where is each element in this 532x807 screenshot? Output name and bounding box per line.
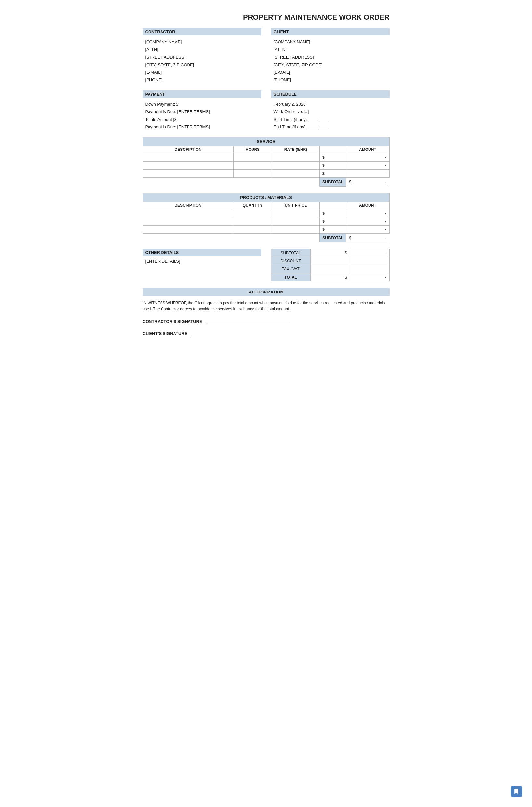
totals-subtotal-dollar: $ [310,249,350,257]
materials-row1-desc [142,209,233,217]
contractor-signature-line: CONTRACTOR'S SIGNATURE [142,319,390,324]
materials-row-2: $ - [142,217,390,225]
totals-total-dollar: $ [310,273,350,282]
service-title: SERVICE [142,137,390,146]
schedule-start-time: Start Time (if any): ____:____ [274,116,387,123]
materials-title: PRODUCTS / MATERIALS [142,193,390,201]
other-details-text: [ENTER DETAILS] [145,259,259,264]
service-row1-dollar: $ [320,153,346,161]
service-subtotal-value: $- [346,178,390,186]
client-sig-label: CLIENT'S SIGNATURE [142,331,188,336]
contractor-sig-label: CONTRACTOR'S SIGNATURE [142,319,202,324]
service-row2-rate [272,161,320,170]
contractor-attn: [ATTN] [145,46,259,53]
service-row-2: $ - [142,161,390,170]
contractor-city: [CITY, STATE, ZIP CODE] [145,61,259,69]
client-email: [E-MAIL] [274,69,387,76]
contractor-sig-underline [206,324,290,324]
client-attn: [ATTN] [274,46,387,53]
schedule-body: February 2, 2020 Work Order No. [#] Star… [271,100,390,132]
materials-row1-dollar: $ [320,209,346,217]
bottom-section: OTHER DETAILS [ENTER DETAILS] SUBTOTAL $… [142,249,390,282]
contractor-phone: [PHONE] [145,76,259,83]
materials-col-amount-dollar [320,201,346,209]
materials-col-amount: AMOUNT [346,201,390,209]
totals-tax-dollar [310,265,350,273]
materials-row1-qty [233,209,272,217]
totals-discount-row: DISCOUNT [271,257,390,265]
totals-tax-row: TAX / VAT [271,265,390,273]
payment-body: Down Payment: $ Payment is Due: [ENTER T… [142,100,261,132]
materials-table: PRODUCTS / MATERIALS DESCRIPTION QUANTIT… [142,193,390,243]
materials-row2-amount: - [346,217,390,225]
contractor-block: CONTRACTOR [COMPANY NAME] [ATTN] [STREET… [142,28,261,84]
client-signature-line: CLIENT'S SIGNATURE [142,331,390,336]
service-row3-amount: - [346,170,390,178]
materials-col-unit-price: UNIT PRICE [272,201,320,209]
materials-subtotal-row: SUBTOTAL $- [142,233,390,242]
materials-row2-qty [233,217,272,225]
client-header: CLIENT [271,28,390,35]
other-details-header: OTHER DETAILS [142,249,261,256]
materials-row3-price [272,225,320,233]
service-table: SERVICE DESCRIPTION HOURS RATE ($/HR) AM… [142,137,390,187]
payment-line2: Payment is Due: [ENTER TERMS] [145,108,259,115]
authorization-section: AUTHORIZATION IN WITNESS WHEREOF, the Cl… [142,288,390,336]
client-sig-underline [191,336,276,336]
payment-line1: Down Payment: $ [145,100,259,108]
contractor-body: [COMPANY NAME] [ATTN] [STREET ADDRESS] [… [142,37,261,84]
service-row1-amount: - [346,153,390,161]
payment-schedule-section: PAYMENT Down Payment: $ Payment is Due: … [142,90,390,132]
materials-row3-dollar: $ [320,225,346,233]
client-phone: [PHONE] [274,76,387,83]
client-block: CLIENT [COMPANY NAME] [ATTN] [STREET ADD… [271,28,390,84]
materials-row1-price [272,209,320,217]
service-row2-amount: - [346,161,390,170]
client-city: [CITY, STATE, ZIP CODE] [274,61,387,69]
service-col-amount: AMOUNT [346,146,390,153]
other-details-body: [ENTER DETAILS] [142,258,261,264]
payment-header: PAYMENT [142,90,261,98]
authorization-header: AUTHORIZATION [142,288,390,296]
service-row-1: $ - [142,153,390,161]
totals-discount-value [350,257,390,265]
totals-total-value: - [350,273,390,282]
service-col-rate: RATE ($/HR) [272,146,320,153]
totals-table: SUBTOTAL $ - DISCOUNT TAX / VAT TOTAL $ … [271,249,390,282]
schedule-date: February 2, 2020 [274,100,387,108]
materials-col-description: DESCRIPTION [142,201,233,209]
materials-subtotal-label: SUBTOTAL [320,233,346,242]
client-company: [COMPANY NAME] [274,38,387,45]
totals-subtotal-label: SUBTOTAL [271,249,310,257]
materials-row-1: $ - [142,209,390,217]
service-row3-rate [272,170,320,178]
totals-tax-value [350,265,390,273]
contractor-street: [STREET ADDRESS] [145,53,259,61]
materials-subtotal-value: $- [346,234,390,242]
payment-line4: Payment is Due: [ENTER TERMS] [145,123,259,131]
totals-tax-label: TAX / VAT [271,265,310,273]
service-subtotal-row: SUBTOTAL $- [142,178,390,187]
totals-total-label: TOTAL [271,273,310,282]
service-subtotal-label: SUBTOTAL [320,178,346,187]
totals-total-row: TOTAL $ - [271,273,390,282]
service-row-3: $ - [142,170,390,178]
materials-row3-qty [233,225,272,233]
other-details-block: OTHER DETAILS [ENTER DETAILS] [142,249,261,264]
service-row3-dollar: $ [320,170,346,178]
contractor-header: CONTRACTOR [142,28,261,35]
document-title: PROPERTY MAINTENANCE WORK ORDER [142,13,390,21]
service-row1-desc [142,153,233,161]
service-col-hours: HOURS [233,146,272,153]
payment-block: PAYMENT Down Payment: $ Payment is Due: … [142,90,261,132]
service-row2-hours [233,161,272,170]
materials-col-quantity: QUANTITY [233,201,272,209]
materials-row3-desc [142,225,233,233]
service-row3-desc [142,170,233,178]
totals-subtotal-row: SUBTOTAL $ - [271,249,390,257]
materials-row-3: $ - [142,225,390,233]
service-row1-hours [233,153,272,161]
contractor-email: [E-MAIL] [145,69,259,76]
totals-block: SUBTOTAL $ - DISCOUNT TAX / VAT TOTAL $ … [271,249,390,282]
materials-row2-price [272,217,320,225]
